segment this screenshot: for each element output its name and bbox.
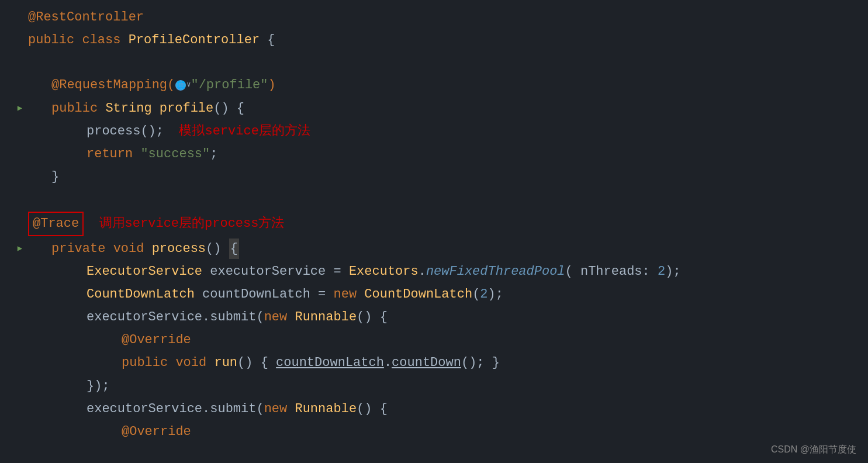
line-content-8: } xyxy=(28,167,59,187)
paren-process: () xyxy=(206,239,229,259)
paren-thread: ( xyxy=(565,261,580,282)
code-line-5: ▶ public String profile () { xyxy=(0,97,868,120)
kw-new-1: new xyxy=(333,284,364,305)
countdown-class: CountDownLatch xyxy=(364,284,472,305)
code-line-19: @Override xyxy=(0,420,868,443)
countdown-method: countDown xyxy=(392,353,461,373)
dot-1: . xyxy=(419,261,426,282)
submit-call-1: executorService.submit( xyxy=(87,307,264,327)
code-line-1: @RestController xyxy=(0,6,868,29)
nthreads-hint: nThreads: xyxy=(580,261,658,282)
kw-void-2: void xyxy=(175,353,214,373)
type-string: String xyxy=(105,98,159,119)
line-content-19: @Override xyxy=(28,421,191,442)
line-content-2: public class ProfileController { xyxy=(28,30,275,50)
runnable-class-2: Runnable xyxy=(295,399,357,419)
line-content-16: public void run () { countDownLatch . co… xyxy=(28,353,500,373)
override-annotation-2: @Override xyxy=(122,421,191,442)
close-thread: ); xyxy=(665,261,680,282)
code-line-7: return "success" ; xyxy=(0,143,868,165)
method-run: run xyxy=(214,353,237,373)
semicolon-1: ; xyxy=(210,144,217,164)
method-process: process xyxy=(152,239,206,259)
kw-public: public xyxy=(28,30,82,50)
line-content-7: return "success" ; xyxy=(28,144,217,164)
annotation-mapping: @RequestMapping( xyxy=(51,75,175,95)
runnable-class-1: Runnable xyxy=(295,307,357,327)
executor-var: executorService = xyxy=(210,261,349,282)
countdown-params: ( xyxy=(472,284,480,305)
annotation-mapping-close: ) xyxy=(268,75,276,95)
kw-return: return xyxy=(87,144,140,164)
brace-open: { xyxy=(267,30,275,50)
chevron-icon: ∨ xyxy=(186,80,191,91)
mapping-path: "/profile" xyxy=(191,75,268,95)
line-content-5: public String profile () { xyxy=(28,98,244,119)
code-line-10: @Trace 调用service层的process方法 xyxy=(0,210,868,237)
code-line-16: public void run () { countDownLatch . co… xyxy=(0,351,868,374)
line-content-11: private void process () { xyxy=(28,239,239,259)
runnable-paren-2: () { xyxy=(357,399,388,419)
executors-class: Executors xyxy=(349,261,419,282)
code-line-11: ▶ private void process () { xyxy=(0,237,868,260)
code-line-15: @Override xyxy=(0,329,868,351)
annotation-rest: @RestController xyxy=(28,7,144,27)
executor-service-type: ExecutorService xyxy=(87,261,210,282)
code-line-8: } xyxy=(0,165,868,188)
watermark: CSDN @渔阳节度使 xyxy=(771,444,856,456)
kw-public-3: public xyxy=(122,353,175,373)
code-editor: @RestController public class ProfileCont… xyxy=(0,0,868,463)
kw-public-2: public xyxy=(51,98,105,119)
globe-icon: 🌐 xyxy=(175,80,186,91)
code-line-13: CountDownLatch countDownLatch = new Coun… xyxy=(0,283,868,306)
code-line-9 xyxy=(0,188,868,210)
code-line-12: ExecutorService executorService = Execut… xyxy=(0,260,868,283)
runnable-paren-1: () { xyxy=(357,307,388,327)
new-fixed-thread: newFixedThreadPool xyxy=(426,261,565,282)
code-line-4: @RequestMapping( 🌐 ∨ "/profile" ) xyxy=(0,74,868,96)
kw-private: private xyxy=(51,239,113,259)
trace-annotation: @Trace xyxy=(28,212,84,236)
line-content-6: process(); 模拟service层的方法 xyxy=(28,121,310,141)
kw-new-3: new xyxy=(264,399,295,419)
process-call: process(); xyxy=(87,121,171,141)
line-content-1: @RestController xyxy=(28,7,144,27)
line-content-4: @RequestMapping( 🌐 ∨ "/profile" ) xyxy=(28,75,276,95)
submit-call-2: executorService.submit( xyxy=(87,399,264,419)
line-content-14: executorService.submit( new Runnable () … xyxy=(28,307,388,327)
line-content-15: @Override xyxy=(28,330,191,350)
comment-service-1: 模拟service层的方法 xyxy=(171,121,310,141)
num-2-1: 2 xyxy=(658,261,665,282)
class-name: ProfileController xyxy=(129,30,268,50)
line-content-13: CountDownLatch countDownLatch = new Coun… xyxy=(28,284,503,305)
line-content-17: }); xyxy=(28,376,110,396)
gutter-11: ▶ xyxy=(12,242,28,255)
code-line-17: }); xyxy=(0,375,868,398)
override-annotation-1: @Override xyxy=(122,330,191,350)
gutter-5: ▶ xyxy=(12,102,28,115)
code-line-3 xyxy=(0,51,868,74)
brace-process-open: { xyxy=(229,239,239,259)
countdown-var: countDownLatch = xyxy=(202,284,333,305)
paren-profile: () { xyxy=(213,98,244,119)
gutter-arrow-11: ▶ xyxy=(18,242,22,255)
kw-new-2: new xyxy=(264,307,295,327)
line-content-18: executorService.submit( new Runnable () … xyxy=(28,399,388,419)
return-value: "success" xyxy=(140,144,210,164)
method-profile: profile xyxy=(160,98,213,119)
code-line-14: executorService.submit( new Runnable () … xyxy=(0,306,868,329)
comment-process: 调用service层的process方法 xyxy=(84,213,284,234)
code-line-18: executorService.submit( new Runnable () … xyxy=(0,398,868,420)
close-submit-1: }); xyxy=(87,376,110,396)
kw-class: class xyxy=(82,30,128,50)
kw-void: void xyxy=(113,239,152,259)
gutter-arrow-5: ▶ xyxy=(18,102,22,115)
code-line-2: public class ProfileController { xyxy=(0,29,868,51)
code-line-6: process(); 模拟service层的方法 xyxy=(0,120,868,143)
line-content-12: ExecutorService executorService = Execut… xyxy=(28,261,681,282)
num-2-2: 2 xyxy=(480,284,487,305)
run-close: (); } xyxy=(461,353,500,373)
countdown-type: CountDownLatch xyxy=(87,284,202,305)
brace-close-1: } xyxy=(51,167,59,187)
dot-countdown: . xyxy=(384,353,392,373)
